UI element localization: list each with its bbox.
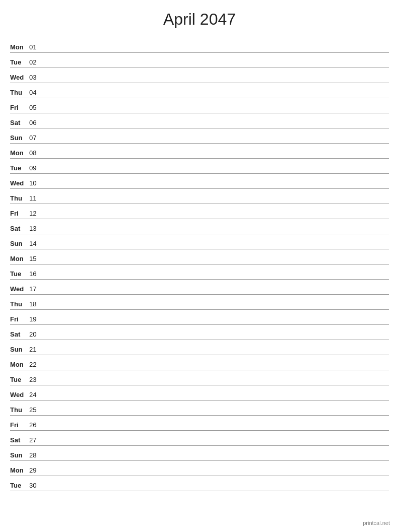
day-number: 14 [29, 240, 44, 247]
day-number: 21 [29, 346, 44, 353]
day-name: Sun [10, 240, 29, 247]
calendar-row: Thu04 [10, 83, 389, 98]
day-name: Thu [10, 89, 29, 96]
day-name: Sun [10, 451, 29, 459]
calendar-row: Sun21 [10, 340, 389, 355]
calendar-row: Tue23 [10, 370, 389, 385]
calendar-rows: Mon01Tue02Wed03Thu04Fri05Sat06Sun07Mon08… [10, 38, 389, 491]
day-number: 26 [29, 421, 44, 429]
day-number: 08 [29, 149, 44, 157]
day-number: 30 [29, 482, 44, 489]
day-number: 15 [29, 255, 44, 262]
calendar-title: April 2047 [10, 10, 389, 29]
day-number: 18 [29, 300, 44, 308]
calendar-row: Sat06 [10, 113, 389, 128]
day-name: Sat [10, 225, 29, 232]
day-name: Sat [10, 330, 29, 338]
day-name: Sat [10, 119, 29, 126]
day-name: Fri [10, 315, 29, 323]
day-number: 11 [29, 194, 44, 202]
day-name: Sun [10, 134, 29, 142]
day-number: 19 [29, 315, 44, 323]
calendar-row: Wed03 [10, 68, 389, 83]
calendar-row: Mon08 [10, 144, 389, 159]
day-name: Wed [10, 74, 29, 81]
day-number: 12 [29, 210, 44, 217]
day-number: 29 [29, 467, 44, 474]
day-name: Thu [10, 406, 29, 414]
day-number: 02 [29, 58, 44, 66]
calendar-row: Fri26 [10, 416, 389, 431]
calendar-row: Sat27 [10, 431, 389, 446]
day-number: 01 [29, 43, 44, 51]
calendar-row: Wed10 [10, 174, 389, 189]
day-name: Tue [10, 164, 29, 172]
day-name: Tue [10, 376, 29, 383]
day-name: Wed [10, 391, 29, 398]
calendar-row: Sun07 [10, 128, 389, 144]
calendar-row: Sun28 [10, 446, 389, 461]
calendar-row: Mon29 [10, 461, 389, 476]
day-number: 05 [29, 104, 44, 111]
day-number: 27 [29, 436, 44, 444]
day-number: 03 [29, 74, 44, 81]
day-number: 23 [29, 376, 44, 383]
calendar-row: Mon01 [10, 38, 389, 53]
day-number: 10 [29, 179, 44, 187]
calendar-row: Tue16 [10, 264, 389, 280]
calendar-row: Mon22 [10, 355, 389, 370]
calendar-page: April 2047 Mon01Tue02Wed03Thu04Fri05Sat0… [0, 0, 399, 532]
calendar-row: Sun14 [10, 234, 389, 249]
day-name: Tue [10, 482, 29, 489]
day-name: Sat [10, 436, 29, 444]
day-number: 24 [29, 391, 44, 398]
day-name: Mon [10, 149, 29, 157]
day-number: 22 [29, 361, 44, 368]
calendar-row: Thu18 [10, 295, 389, 310]
calendar-row: Tue30 [10, 476, 389, 491]
day-number: 25 [29, 406, 44, 414]
day-name: Mon [10, 467, 29, 474]
calendar-row: Sat20 [10, 325, 389, 340]
day-number: 20 [29, 330, 44, 338]
calendar-row: Mon15 [10, 249, 389, 264]
day-name: Tue [10, 58, 29, 66]
day-name: Thu [10, 300, 29, 308]
day-number: 04 [29, 89, 44, 96]
day-name: Fri [10, 421, 29, 429]
calendar-row: Fri05 [10, 98, 389, 113]
day-name: Mon [10, 43, 29, 51]
day-name: Fri [10, 104, 29, 111]
day-name: Mon [10, 361, 29, 368]
day-name: Wed [10, 285, 29, 293]
calendar-row: Wed17 [10, 280, 389, 295]
calendar-row: Wed24 [10, 385, 389, 401]
watermark: printcal.net [363, 520, 390, 526]
day-name: Mon [10, 255, 29, 262]
day-name: Tue [10, 270, 29, 278]
calendar-row: Fri12 [10, 204, 389, 219]
day-number: 13 [29, 225, 44, 232]
day-name: Fri [10, 210, 29, 217]
day-number: 09 [29, 164, 44, 172]
calendar-row: Tue02 [10, 53, 389, 68]
day-name: Wed [10, 179, 29, 187]
calendar-row: Fri19 [10, 310, 389, 325]
day-number: 17 [29, 285, 44, 293]
calendar-row: Thu11 [10, 189, 389, 204]
day-name: Thu [10, 194, 29, 202]
calendar-row: Tue09 [10, 159, 389, 174]
day-number: 28 [29, 451, 44, 459]
calendar-row: Sat13 [10, 219, 389, 234]
day-number: 16 [29, 270, 44, 278]
day-number: 07 [29, 134, 44, 142]
calendar-row: Thu25 [10, 401, 389, 416]
day-name: Sun [10, 346, 29, 353]
day-number: 06 [29, 119, 44, 126]
